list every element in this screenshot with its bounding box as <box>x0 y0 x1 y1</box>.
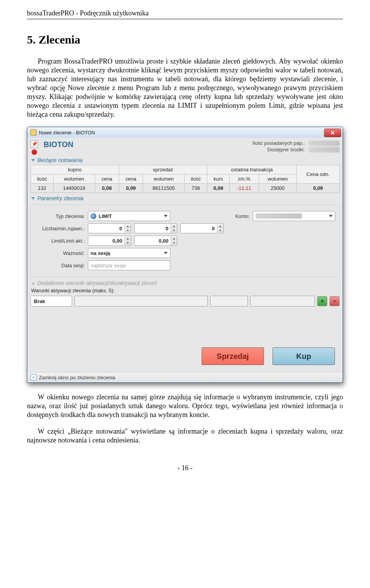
validity-label: Ważność: <box>35 250 85 256</box>
col-ref-price: Cena odn. <box>297 165 340 184</box>
col-last-kurs: kurs <box>207 174 229 184</box>
col-buy-ilosc: ilość <box>31 174 54 184</box>
table-row: 132 14450018 0,08 0,09 86111505 738 0,08… <box>31 184 340 193</box>
close-after-submit-label: Zamknij okno po złożeniu zlecenia <box>39 375 115 380</box>
chevron-up-icon <box>31 282 35 285</box>
instrument-flag-icon <box>32 149 37 155</box>
window-footer: ✓ Zamknij okno po złożeniu zlecenia <box>27 372 343 382</box>
limit-label: Limit/Limit akt.: <box>35 238 85 244</box>
window-titlebar: Nowe zlecenie - BIOTON <box>27 127 343 138</box>
chevron-down-icon <box>31 159 35 162</box>
owned-shares-label: Ilość posiadanych pap.: <box>252 140 305 146</box>
available-funds-value <box>309 147 340 152</box>
order-type-icon <box>91 213 96 219</box>
doc-header: bossaTraderPRO - Podręcznik użytkownika <box>27 9 343 17</box>
limit-act-stepper[interactable]: 0,00▲▼ <box>134 236 177 246</box>
extra-conditions-heading[interactable]: Dodatkowe warunki aktywacji/dezaktywacji… <box>31 280 340 286</box>
paragraph-1: Program BossaTraderPRO umożliwia proste … <box>27 57 343 119</box>
instrument-name: BIOTON <box>44 140 73 149</box>
chevron-down-icon <box>164 252 168 254</box>
account-label: Konto: <box>235 213 250 219</box>
page-number: - 16 - <box>27 464 343 472</box>
paragraph-2: W okienku nowego zlecenia na samej górze… <box>27 393 343 419</box>
order-type-select[interactable]: LIMIT <box>88 211 170 221</box>
col-buy-wolumen: wolumen <box>54 174 95 184</box>
chevron-down-icon <box>31 197 35 200</box>
condition-type-select[interactable]: Brak <box>30 296 72 307</box>
order-params-heading[interactable]: Parametry zlecenia <box>31 195 340 201</box>
add-condition-button[interactable]: + <box>317 296 327 306</box>
validity-select[interactable]: na sesję <box>88 248 170 258</box>
account-select[interactable] <box>253 211 335 221</box>
col-sell-ilosc: ilość <box>184 174 207 184</box>
sell-button[interactable]: Sprzedaj <box>202 347 264 365</box>
current-quotes-heading[interactable]: Bieżące notowania <box>31 157 340 163</box>
condition-field-1[interactable] <box>74 296 208 307</box>
window-title: Nowe zlecenie - BIOTON <box>39 130 95 136</box>
window-app-icon <box>30 129 37 136</box>
col-last-zm: zm.% <box>230 174 259 184</box>
quantity-label: Liczba/min./ujawn.: <box>35 226 85 231</box>
col-group-buy: kupno <box>31 165 119 174</box>
close-after-submit-checkbox[interactable]: ✓ <box>30 374 37 380</box>
order-params-group: Typ zlecenia: LIMIT Konto: Liczba/min./u… <box>30 204 340 277</box>
limit-stepper[interactable]: 0,00▲▼ <box>88 236 131 246</box>
quantity-stepper[interactable]: 0▲▼ <box>88 223 131 233</box>
col-buy-cena: cena <box>95 174 119 184</box>
close-icon <box>330 131 335 135</box>
activation-conditions-label: Warunki aktywacji zlecenia (maks. 5): <box>31 288 340 293</box>
paragraph-3: W części „Bieżące notowania" wyświetlane… <box>27 427 343 445</box>
quotes-table: kupno sprzedaż ostatnia transakcja Cena … <box>30 165 340 193</box>
quantity-disc-stepper[interactable]: 0▲▼ <box>180 223 224 233</box>
chevron-down-icon <box>329 215 333 217</box>
owned-shares-value <box>309 141 340 146</box>
doc-header-rule <box>27 19 343 19</box>
quantity-min-stepper[interactable]: 0▲▼ <box>134 223 177 233</box>
new-order-window: Nowe zlecenie - BIOTON 📌 BIOTON Ilość po… <box>27 127 343 383</box>
chevron-down-icon <box>164 215 168 217</box>
available-funds-label: Dostępne środki: <box>267 147 305 152</box>
remove-condition-button[interactable]: − <box>330 296 340 306</box>
account-value <box>256 213 302 219</box>
session-date-label: Data sesji: <box>35 263 85 268</box>
condition-field-3[interactable] <box>250 296 315 307</box>
col-group-last: ostatnia transakcja <box>207 165 296 174</box>
col-sell-wolumen: wolumen <box>143 174 184 184</box>
window-close-button[interactable] <box>324 129 341 137</box>
order-type-label: Typ zlecenia: <box>35 213 85 219</box>
col-last-wolumen: wolumen <box>259 174 297 184</box>
session-date-select[interactable]: najbliższa sesja <box>88 260 170 270</box>
section-heading: 5. Zlecenia <box>27 33 343 46</box>
col-sell-cena: cena <box>119 174 143 184</box>
pin-toggle[interactable]: 📌 <box>30 140 38 148</box>
col-group-sell: sprzedaż <box>119 165 207 174</box>
condition-field-2[interactable] <box>210 296 248 307</box>
buy-button[interactable]: Kup <box>272 347 335 365</box>
